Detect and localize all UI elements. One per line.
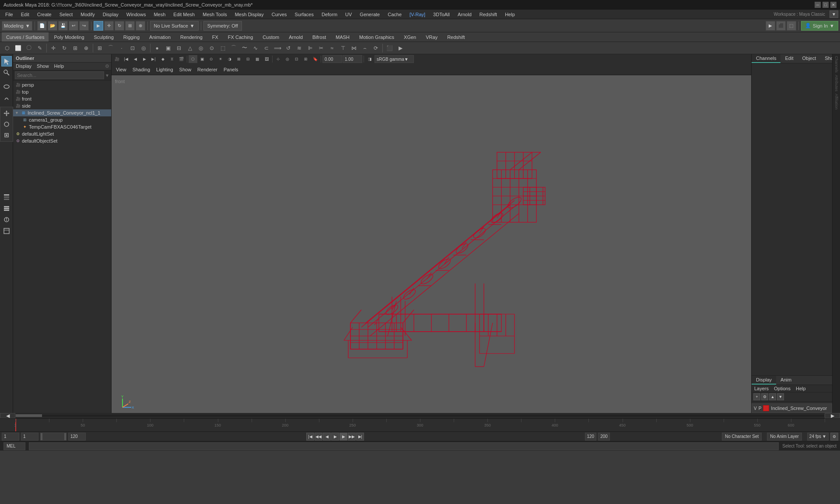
ipr-icon[interactable]: ▶: [395, 43, 406, 53]
render-settings-icon[interactable]: [1, 226, 12, 236]
outliner-item-conveyor[interactable]: ▼ ⊞ Inclined_Screw_Conveyor_ncl1_1: [13, 109, 111, 116]
vp-texture-icon[interactable]: ▦: [253, 55, 262, 63]
options-layer-btn[interactable]: ⚙: [761, 393, 768, 400]
rotate-tool-button[interactable]: ↻: [115, 21, 124, 31]
no-live-surface-dropdown[interactable]: No Live Surface ▼: [150, 21, 199, 31]
render-btn2[interactable]: ⬛: [776, 21, 786, 31]
tab-fx[interactable]: FX: [208, 32, 223, 42]
snap-curve-icon[interactable]: ⌒: [105, 43, 116, 53]
outliner-item-persp[interactable]: 🎥 persp: [13, 81, 111, 88]
menu-mesh-display[interactable]: Mesh Display: [231, 10, 267, 19]
menu-redshift[interactable]: Redshift: [476, 10, 500, 19]
layers-help-btn[interactable]: Help: [793, 385, 808, 392]
right-tab-anim[interactable]: Anim: [776, 376, 796, 385]
transform-tool-button[interactable]: ⊕: [136, 21, 145, 31]
outliner-item-objectset[interactable]: ⚙ defaultObjectSet: [13, 137, 111, 144]
snap-view-icon[interactable]: ⊡: [127, 43, 138, 53]
vp-menu-panels[interactable]: Panels: [221, 66, 241, 73]
vp-bookmark-icon[interactable]: 🔖: [311, 55, 319, 63]
right-tab-channels[interactable]: Channels: [752, 54, 780, 63]
layer-visibility[interactable]: V: [754, 406, 757, 411]
mode-dropdown[interactable]: Modeling ▼: [2, 21, 32, 31]
sign-in-button[interactable]: 👤 Sign In ▼: [801, 21, 838, 31]
new-scene-button[interactable]: 📄: [37, 21, 47, 31]
tab-animation[interactable]: Animation: [145, 32, 175, 42]
snap-grid-icon[interactable]: ⊞: [94, 43, 105, 53]
tab-sculpting[interactable]: Sculpting: [90, 32, 118, 42]
vp-gamma-dropdown[interactable]: sRGB gamma ▼: [374, 55, 414, 63]
vp-xray-icon[interactable]: ⊠: [234, 55, 243, 63]
right-tab-object[interactable]: Object: [798, 54, 820, 63]
torus-icon[interactable]: ◎: [196, 43, 206, 53]
paint-tool[interactable]: [1, 67, 12, 78]
vp-srgb-icon[interactable]: ◨: [365, 55, 374, 63]
menu-surfaces[interactable]: Surfaces: [291, 10, 317, 19]
range-start-field[interactable]: 1: [2, 433, 19, 441]
tab-poly-modeling[interactable]: Poly Modeling: [49, 32, 88, 42]
tab-xgen[interactable]: XGen: [399, 32, 420, 42]
frame-range-bar[interactable]: [40, 433, 66, 441]
vp-frame-back-icon[interactable]: |◀: [122, 55, 130, 63]
outliner-show-menu[interactable]: Show: [34, 63, 52, 70]
mel-input[interactable]: [29, 442, 779, 450]
tab-custom[interactable]: Custom: [258, 32, 284, 42]
minimize-button[interactable]: ─: [815, 2, 821, 8]
revolve-icon[interactable]: ↺: [283, 43, 294, 53]
maximize-button[interactable]: □: [822, 2, 829, 8]
trim-icon[interactable]: ✂: [316, 43, 326, 53]
no-anim-layer-label[interactable]: No Anim Layer: [767, 433, 802, 441]
range-end-field[interactable]: 120: [68, 433, 86, 441]
menu-deform[interactable]: Deform: [318, 10, 341, 19]
vp-shadow-icon[interactable]: ◑: [225, 55, 234, 63]
tab-mash[interactable]: MASH: [331, 32, 354, 42]
window-controls[interactable]: ─ □ ✕: [815, 2, 836, 8]
vp-frame-all-icon[interactable]: ⊡: [292, 55, 301, 63]
rebuild-icon[interactable]: ⟳: [371, 43, 381, 53]
current-frame-field[interactable]: 1: [21, 433, 38, 441]
menu-generate[interactable]: Generate: [356, 10, 383, 19]
vp-select-cam-icon[interactable]: ⊹: [274, 55, 283, 63]
menu-curves[interactable]: Curves: [268, 10, 290, 19]
move-icon[interactable]: ✛: [48, 43, 59, 53]
cube-icon[interactable]: ▣: [163, 43, 173, 53]
rotate-sidebar-tool[interactable]: [1, 119, 12, 130]
outliner-item-lightset[interactable]: ⚙ defaultLightSet: [13, 130, 111, 137]
nurbs2-icon[interactable]: ⊂: [261, 43, 272, 53]
fillet-icon[interactable]: ⌢: [360, 43, 370, 53]
menu-mesh[interactable]: Mesh: [150, 10, 169, 19]
menu-help[interactable]: Help: [501, 10, 518, 19]
prev-key-btn[interactable]: ◀◀: [315, 433, 322, 441]
select-icon[interactable]: ⬡: [2, 43, 12, 53]
right-tab-edit[interactable]: Edit: [780, 54, 798, 63]
outliner-settings-icon[interactable]: ⚙: [103, 63, 111, 70]
tab-rendering[interactable]: Rendering: [176, 32, 207, 42]
jump-end-btn[interactable]: ▶|: [356, 433, 364, 441]
play-fwd-btn[interactable]: ▶: [331, 433, 339, 441]
menu-modify[interactable]: Modify: [77, 10, 98, 19]
scale-tool-button[interactable]: ⊞: [125, 21, 135, 31]
up-layer-btn[interactable]: ▲: [769, 393, 776, 400]
menu-mesh-tools[interactable]: Mesh Tools: [199, 10, 230, 19]
playback-end-field[interactable]: 120: [585, 433, 597, 441]
vp-next-icon[interactable]: ▶: [140, 55, 149, 63]
lasso-icon[interactable]: 〇: [24, 43, 34, 53]
vp-far-clip-field[interactable]: 1.00: [343, 55, 362, 63]
menu-edit-mesh[interactable]: Edit Mesh: [170, 10, 198, 19]
vp-frame-sel-icon[interactable]: ⊞: [301, 55, 310, 63]
viewport-canvas[interactable]: front: [112, 75, 751, 413]
range-right-handle[interactable]: [64, 433, 66, 440]
menu-3dtoall[interactable]: 3DToAll: [430, 10, 453, 19]
layers-btn[interactable]: Layers: [752, 385, 771, 392]
open-scene-button[interactable]: 📂: [48, 21, 57, 31]
options-btn[interactable]: Options: [771, 385, 793, 392]
tab-arnold[interactable]: Arnold: [284, 32, 307, 42]
vp-img-plane-icon[interactable]: 🖼: [262, 55, 271, 63]
vp-menu-view[interactable]: View: [113, 66, 129, 73]
right-tab-display[interactable]: Display: [752, 376, 776, 385]
menu-edit[interactable]: Edit: [18, 10, 33, 19]
scale-icon[interactable]: ⊞: [70, 43, 80, 53]
curve2-icon[interactable]: 〜: [239, 43, 250, 53]
layer-editor-icon[interactable]: [1, 203, 12, 214]
vp-render2-icon[interactable]: ▣: [198, 55, 206, 63]
outliner-item-side[interactable]: 🎥 side: [13, 102, 111, 109]
